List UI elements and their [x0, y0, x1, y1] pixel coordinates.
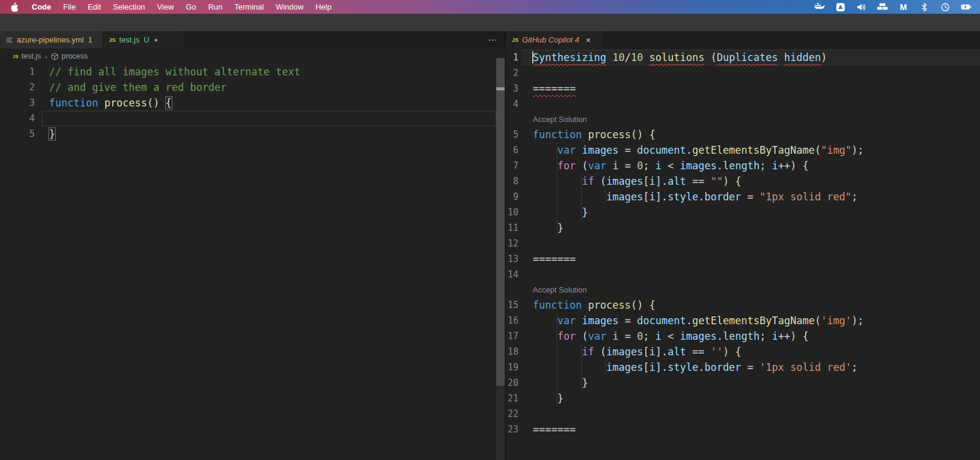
line-number: 14 — [506, 267, 518, 282]
line-number: 9 — [506, 189, 518, 205]
chevron-right-icon: › — [44, 52, 47, 61]
overview-ruler-cursor-marker — [496, 87, 505, 90]
line-number: 13 — [506, 251, 518, 267]
line-number: 19 — [506, 360, 518, 375]
code-line: 14 — [506, 267, 980, 282]
menu-item-run[interactable]: Run — [202, 0, 229, 14]
menu-item-window[interactable]: Window — [270, 0, 310, 14]
code-line: 17 for (var i = 0; i < images.length; i+… — [506, 328, 980, 344]
line-number: 21 — [506, 391, 518, 406]
yaml-icon — [6, 36, 13, 44]
menu-item-selection[interactable]: Selection — [107, 0, 151, 14]
code-line: 1Synthesizing 10/10 solutions (Duplicate… — [506, 50, 980, 65]
scrollbar[interactable] — [496, 48, 505, 460]
scrollbar-thumb[interactable] — [496, 58, 505, 386]
code-line: 20 } — [506, 375, 980, 391]
line-number: 10 — [506, 205, 518, 220]
code-line: 12 — [506, 236, 980, 251]
tab-github-copilot[interactable]: JS GitHub Copilot 4 × — [506, 31, 603, 48]
line-number: 1 — [506, 50, 518, 65]
line-number: 5 — [0, 126, 35, 142]
clock-icon[interactable] — [940, 2, 951, 12]
tab-azure-pipelines-yml[interactable]: azure-pipelines.yml1 — [0, 31, 103, 48]
status-icons: M — [814, 0, 972, 14]
line-number: 11 — [506, 220, 518, 236]
line-number: 16 — [506, 313, 518, 328]
line-number: 3 — [0, 95, 35, 111]
code-line: 4 — [506, 96, 980, 112]
line-number: 2 — [0, 80, 35, 95]
line-number: 2 — [506, 65, 518, 81]
editor-group-right[interactable]: 1Synthesizing 10/10 solutions (Duplicate… — [506, 48, 980, 460]
apple-icon[interactable] — [11, 2, 19, 12]
breadcrumb-file[interactable]: test.js — [22, 52, 41, 60]
code-line: 3======= — [506, 81, 980, 96]
menu-item-code[interactable]: Code — [26, 0, 57, 14]
m-app-icon[interactable]: M — [898, 2, 909, 12]
menu-item-terminal[interactable]: Terminal — [229, 0, 270, 14]
tab-test-js[interactable]: JStest.jsU● — [103, 31, 184, 48]
line-number: 22 — [506, 406, 518, 422]
text-cursor — [532, 51, 533, 63]
close-icon[interactable]: × — [585, 36, 590, 44]
code-line: 4 — [0, 111, 505, 126]
line-number: 8 — [506, 173, 518, 189]
code-line: 18 if (images[i].alt == '') { — [506, 344, 980, 360]
tab-bar: azure-pipelines.yml1JStest.jsU● ⋯ JS Git… — [0, 31, 980, 48]
code-line: 21 } — [506, 391, 980, 406]
menu-item-go[interactable]: Go — [180, 0, 202, 14]
codelens-row: Accept Solution — [506, 112, 980, 127]
line-number: 12 — [506, 236, 518, 251]
code-line: 8 if (images[i].alt == "") { — [506, 173, 980, 189]
line-number: 23 — [506, 422, 518, 437]
js-icon: JS — [512, 37, 518, 43]
breadcrumb-symbol[interactable]: process — [62, 52, 88, 60]
code-line: 7 for (var i = 0; i < images.length; i++… — [506, 158, 980, 173]
line-number: 3 — [506, 81, 518, 96]
line-number: 6 — [506, 142, 518, 158]
code-line: 23======= — [506, 422, 980, 437]
line-number: 18 — [506, 344, 518, 360]
window-titlebar: GitHub Copilot — hamptonhilltheatre — [0, 14, 980, 32]
battery-icon[interactable] — [961, 2, 972, 12]
code-line: 3function process() { — [0, 95, 505, 111]
code-line: 2 — [506, 65, 980, 81]
menu-item-edit[interactable]: Edit — [81, 0, 107, 14]
more-actions-button[interactable]: ⋯ — [484, 31, 502, 48]
line-number: 15 — [506, 297, 518, 313]
tab-label: test.js — [119, 35, 139, 44]
tab-badge: U — [144, 35, 149, 44]
line-number: 17 — [506, 328, 518, 344]
code-line: 19 images[i].style.border = '1px solid r… — [506, 360, 980, 375]
symbol-cube-icon — [51, 53, 59, 60]
code-line: 22 — [506, 406, 980, 422]
layers-icon[interactable] — [877, 2, 888, 12]
code-line: 9 images[i].style.border = "1px solid re… — [506, 189, 980, 205]
line-number: 1 — [0, 64, 35, 80]
breadcrumb: JS test.js › process — [0, 48, 505, 64]
menu-item-view[interactable]: View — [151, 0, 180, 14]
menu-item-help[interactable]: Help — [310, 0, 338, 14]
app-launcher-icon[interactable] — [835, 2, 846, 12]
codelens-row: Accept Solution — [506, 282, 980, 297]
code-line: 11 } — [506, 220, 980, 236]
menu-items: CodeFileEditSelectionViewGoRunTerminalWi… — [26, 0, 338, 14]
code-line: 1// find all images without alternate te… — [0, 64, 505, 80]
tab-badge: 1 — [88, 35, 92, 44]
js-icon: JS — [13, 54, 19, 59]
line-number: 4 — [0, 111, 35, 126]
volume-icon[interactable] — [856, 2, 867, 12]
line-number: 20 — [506, 375, 518, 391]
code-line: 2// and give them a red border — [0, 80, 505, 95]
menu-item-file[interactable]: File — [57, 0, 82, 14]
code-line: 5function process() { — [506, 127, 980, 142]
bluetooth-icon[interactable] — [919, 2, 930, 12]
codelens-accept-solution[interactable]: Accept Solution — [533, 282, 587, 297]
code-line: 13======= — [506, 251, 980, 267]
docker-icon[interactable] — [814, 2, 825, 12]
line-number: 4 — [506, 96, 518, 112]
editor-group-left[interactable]: JS test.js › process 1// find all images… — [0, 48, 505, 460]
codelens-accept-solution[interactable]: Accept Solution — [533, 112, 587, 127]
dirty-indicator-icon[interactable]: ● — [154, 36, 157, 43]
code-line: 6 var images = document.getElementsByTag… — [506, 142, 980, 158]
